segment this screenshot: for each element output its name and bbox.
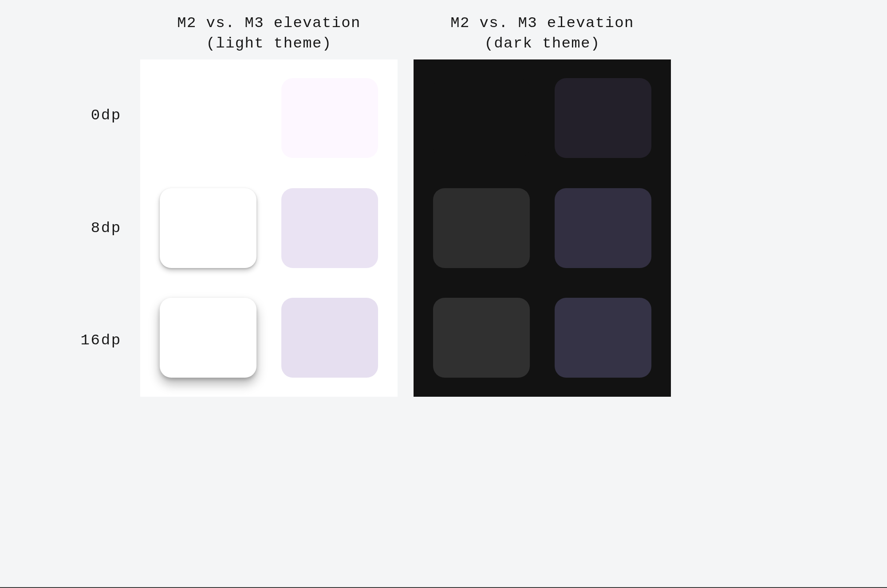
card-m2-light-16dp <box>160 298 256 378</box>
heading-light: M2 vs. M3 elevation (light theme) <box>140 13 398 59</box>
dark-cells <box>414 59 671 397</box>
page-root: M2 vs. M3 elevation (light theme) M2 vs.… <box>0 0 887 588</box>
card-m3-light-0dp <box>281 78 378 158</box>
card-m3-light-16dp <box>281 298 378 378</box>
comparison-grid: M2 vs. M3 elevation (light theme) M2 vs.… <box>44 13 671 397</box>
card-m2-dark-8dp <box>433 188 530 268</box>
light-cells <box>140 59 398 397</box>
card-m3-light-8dp <box>281 188 378 268</box>
card-m2-dark-16dp <box>433 298 530 378</box>
card-m3-dark-8dp <box>555 188 651 268</box>
row-label-16dp: 16dp <box>81 332 125 349</box>
row-label-8dp: 8dp <box>91 220 124 237</box>
card-m2-dark-0dp <box>433 78 530 158</box>
card-m2-light-8dp <box>160 188 256 268</box>
row-label-0dp: 0dp <box>91 107 124 124</box>
corner-spacer <box>44 13 124 59</box>
dark-theme-panel <box>414 59 671 397</box>
heading-dark: M2 vs. M3 elevation (dark theme) <box>414 13 671 59</box>
card-m2-light-0dp <box>160 78 256 158</box>
row-labels-column: 0dp 8dp 16dp <box>44 59 124 397</box>
card-m3-dark-0dp <box>555 78 651 158</box>
card-m3-dark-16dp <box>555 298 651 378</box>
light-theme-panel <box>140 59 398 397</box>
